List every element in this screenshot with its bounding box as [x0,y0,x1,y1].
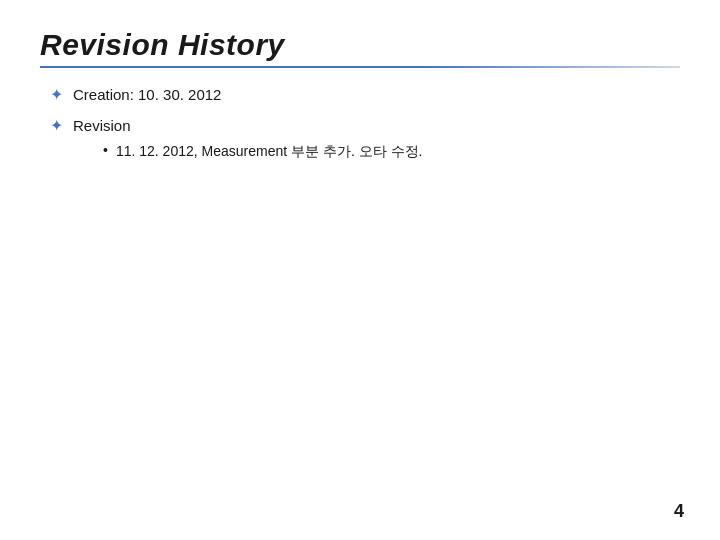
sub-bullet-item: • 11. 12. 2012, Measurement 부분 추가. 오타 수정… [103,141,422,162]
bullet-diamond-icon: ✦ [50,85,63,104]
bullet-creation-text: Creation: 10. 30. 2012 [73,84,221,107]
sub-bullet-dot-icon: • [103,142,108,158]
title-word-history: History [169,28,285,61]
slide-title: Revision History [40,28,680,62]
title-word-revision: Revision [40,28,169,61]
page-number: 4 [674,501,684,522]
slide-container: Revision History ✦ Creation: 10. 30. 201… [0,0,720,540]
title-block: Revision History [40,28,680,68]
bullet-item-creation: ✦ Creation: 10. 30. 2012 [50,84,680,107]
sub-bullet-list: • 11. 12. 2012, Measurement 부분 추가. 오타 수정… [73,141,422,162]
content-area: ✦ Creation: 10. 30. 2012 ✦ Revision • 11… [40,84,680,166]
bullet-revision-block: Revision • 11. 12. 2012, Measurement 부분 … [73,115,422,167]
bullet-item-revision: ✦ Revision • 11. 12. 2012, Measurement 부… [50,115,680,167]
bullet-diamond-icon-2: ✦ [50,116,63,135]
sub-bullet-text: 11. 12. 2012, Measurement 부분 추가. 오타 수정. [116,141,423,162]
bullet-revision-label: Revision [73,117,131,134]
title-divider [40,66,680,68]
